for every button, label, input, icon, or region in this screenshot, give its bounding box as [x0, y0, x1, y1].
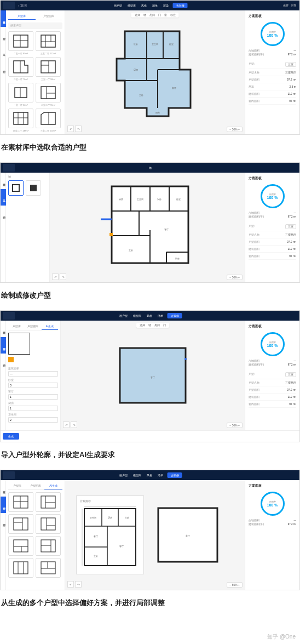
vtab-library[interactable]: 素材库: [1, 480, 6, 497]
ai-result-thumb[interactable]: [36, 492, 61, 512]
vtab-library[interactable]: 素材库: [1, 173, 6, 189]
svg-rect-13: [41, 87, 55, 99]
tab-gallery[interactable]: 户型图库: [26, 482, 44, 489]
go-decorate-button[interactable]: 去装修: [173, 3, 188, 8]
tool-window[interactable]: 窗: [164, 14, 167, 16]
floorplan-thumb[interactable]: 一室一厅 52m²: [8, 83, 33, 106]
undo-icon[interactable]: ↶: [52, 273, 59, 280]
vertical-tabstrip: 素材库 户型库 门窗户: [1, 480, 6, 590]
properties-panel: 方案面板 得房率100 % 占地面积— 建筑面积(平)97.2 m² 户型:三室…: [245, 321, 299, 430]
tab-library[interactable]: 户型库: [8, 13, 36, 20]
floorplan-thumb[interactable]: 三室一厅 98m²: [36, 57, 61, 81]
zoom-control[interactable]: − 50% +: [227, 127, 243, 132]
vtab-library[interactable]: 素材库: [1, 321, 6, 337]
vtab-tools[interactable]: 工具: [1, 43, 6, 60]
tab-ai[interactable]: AI生成: [44, 482, 62, 489]
type-select[interactable]: 三室: [285, 62, 296, 67]
redo-icon[interactable]: ↷: [75, 126, 82, 132]
back-button[interactable]: [3, 2, 15, 9]
floorplan-thumb[interactable]: 三室二厅 120m²: [36, 109, 61, 132]
ai-result-thumb[interactable]: [8, 558, 33, 578]
tab-library[interactable]: 户型库: [8, 482, 26, 489]
svg-rect-48: [109, 233, 113, 236]
vtab-floorplan[interactable]: 户型库: [1, 497, 6, 513]
topbar-tool[interactable]: 画户型: [113, 3, 123, 8]
tool-room[interactable]: 房间: [149, 14, 155, 16]
canvas[interactable]: 厨房 卫生间 次卧 卧室 客厅 主卧 阳台 ↶↷ − 50% +: [50, 173, 245, 282]
topbar-tool[interactable]: 渲染: [162, 3, 170, 8]
property-list: 户型:三室 户型名称三室两厅 户型面积97.2 m² 层高2.8 m 建筑面积1…: [249, 60, 296, 105]
efficiency-gauge: 得房率 100 %: [261, 184, 285, 208]
vtab-library[interactable]: 素材库: [1, 10, 6, 27]
vtab-doorwin[interactable]: 门窗户: [1, 60, 6, 76]
vertical-tabstrip: 素材库 工具 门窗户: [1, 173, 6, 282]
go-decorate-button[interactable]: 去装修: [168, 472, 182, 478]
canvas[interactable]: 选择 墙 房间 门 客厅 ↶↷ − 50% +: [61, 321, 245, 430]
saveas-button[interactable]: 另存: [291, 4, 296, 7]
floorplan-thumb[interactable]: 二室一厅 76m²: [8, 57, 33, 81]
floorplan-thumb[interactable]: 三室二厅 112m²: [36, 31, 61, 55]
save-button[interactable]: 保存: [283, 4, 289, 7]
tool-wall[interactable]: 墙: [143, 14, 146, 16]
undo-icon[interactable]: ↶: [63, 421, 70, 428]
tab-library[interactable]: 户型库: [8, 323, 25, 330]
zoom-control[interactable]: − 50% +: [227, 275, 243, 280]
floorplan-thumb[interactable]: 四室二厅 138m²: [8, 109, 33, 132]
tool-door[interactable]: 门: [158, 14, 161, 16]
undo-icon[interactable]: ↶: [67, 126, 74, 132]
ai-result-thumb[interactable]: [36, 514, 61, 534]
vtab-doorwin[interactable]: 门窗户: [1, 206, 6, 222]
straight-wall-tool[interactable]: [8, 180, 24, 196]
living-input[interactable]: [8, 394, 58, 400]
topbar-tool[interactable]: 模型库: [126, 3, 137, 8]
svg-rect-80: [41, 562, 55, 574]
tab-gallery[interactable]: 户型图库: [25, 323, 41, 330]
redo-icon[interactable]: ↷: [75, 581, 82, 588]
bath-input[interactable]: [8, 417, 58, 423]
topbar: 墙: [1, 163, 299, 173]
ai-result-thumb[interactable]: [8, 514, 33, 534]
arc-wall-tool[interactable]: [26, 180, 41, 196]
tab-gallery[interactable]: 户型图库: [36, 13, 63, 20]
bedroom-input[interactable]: [8, 383, 58, 388]
canvas[interactable]: 方案推荐 卫生间 厨房 次卧 客厅 餐厅 主卧: [65, 480, 245, 590]
type-select[interactable]: 三室: [285, 224, 296, 229]
ai-result-thumb[interactable]: [8, 492, 33, 512]
undo-icon[interactable]: ↶: [67, 581, 74, 588]
ai-result-thumb[interactable]: [36, 536, 61, 556]
zoom-control[interactable]: − 50% +: [227, 423, 243, 428]
tool-select[interactable]: 选择: [135, 14, 140, 16]
floorplan-thumb[interactable]: 二室一厅 89m²: [8, 31, 33, 55]
topbar-tool[interactable]: 清单: [151, 3, 159, 8]
svg-text:卫生间: 卫生间: [90, 516, 96, 519]
svg-text:主卧: 主卧: [129, 249, 133, 252]
outline-thumb[interactable]: [8, 333, 30, 355]
vertical-tabstrip: 素材库 户型库 工具 门窗户: [1, 10, 6, 134]
redo-icon[interactable]: ↷: [71, 421, 77, 428]
topbar-tool[interactable]: 风格: [140, 3, 148, 8]
ai-result-thumb[interactable]: [36, 558, 61, 578]
search-input[interactable]: 搜索户型: [8, 22, 62, 29]
zoom-control[interactable]: − 50% +: [227, 582, 243, 588]
tool-dim[interactable]: 标注: [170, 14, 176, 16]
go-decorate-button[interactable]: 去装修: [168, 313, 182, 318]
canvas[interactable]: 选择 墙 房间 门 窗 标注 次卧 卫生间 卧室 厨房: [65, 10, 245, 134]
vtab-tools[interactable]: 工具: [1, 189, 6, 206]
vtab-doorwin[interactable]: 门窗户: [1, 354, 6, 370]
vtab-floorplan[interactable]: 户型库: [1, 27, 6, 43]
svg-rect-3: [41, 35, 55, 47]
redo-icon[interactable]: ↷: [60, 273, 66, 280]
generate-button[interactable]: 生成: [3, 433, 19, 440]
svg-text:厨房: 厨房: [134, 69, 138, 71]
vtab-floorplan[interactable]: 户型库: [1, 337, 6, 354]
back-button[interactable]: [3, 164, 15, 172]
kitchen-input[interactable]: [8, 406, 58, 411]
ai-result-thumb[interactable]: [8, 536, 33, 556]
area-input[interactable]: [8, 371, 58, 377]
floorplan-thumb[interactable]: 二室二厅 95m²: [36, 83, 61, 106]
back-button[interactable]: [3, 312, 15, 320]
back-button[interactable]: [3, 471, 15, 479]
selected-plan-preview: 方案推荐 卫生间 厨房 次卧 客厅 餐厅 主卧: [76, 495, 144, 574]
tab-ai[interactable]: AI生成: [42, 323, 58, 330]
vtab-doorwin[interactable]: 门窗户: [1, 513, 6, 529]
